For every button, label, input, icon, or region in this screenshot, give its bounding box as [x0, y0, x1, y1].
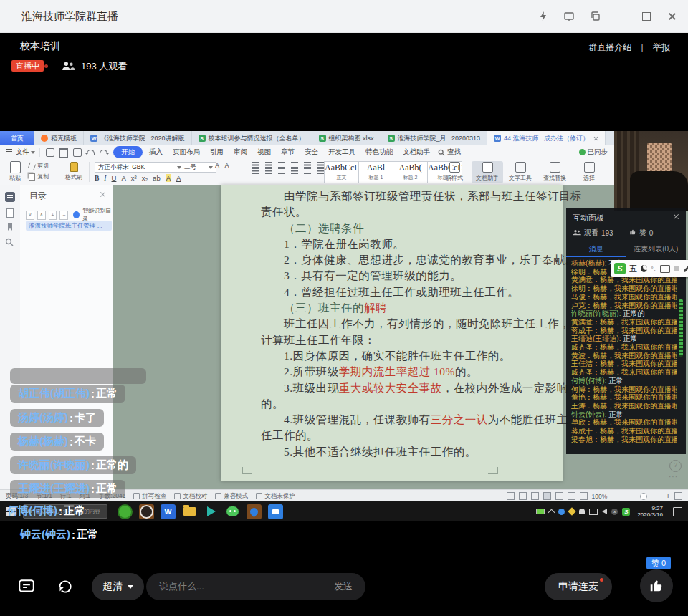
- justify-icon[interactable]: [291, 168, 298, 169]
- status-toggle[interactable]: 兼容模式: [215, 492, 248, 501]
- zoom-out-button[interactable]: −: [611, 492, 616, 500]
- send-button[interactable]: 发送: [334, 580, 353, 593]
- wps-tab[interactable]: S淮海技师学院_月...20200313: [381, 131, 488, 145]
- align-right-icon[interactable]: [278, 168, 285, 169]
- zoom-in-button[interactable]: +: [666, 492, 670, 500]
- menu-tab[interactable]: 开发工具: [323, 146, 360, 158]
- toc-item[interactable]: 淮海技师学院班主任管理 ...: [26, 221, 112, 231]
- action-center-icon[interactable]: [673, 507, 682, 516]
- style-gallery-item[interactable]: AaBl标题 1: [358, 161, 393, 183]
- font-style-button[interactable]: ab: [153, 174, 161, 182]
- sogou-tray-icon[interactable]: S: [622, 508, 630, 516]
- search-pane-icon[interactable]: [5, 236, 15, 246]
- app-icon-explorer[interactable]: [182, 504, 197, 519]
- status-toggle[interactable]: 文档未保护: [256, 492, 295, 501]
- toc-expand-button[interactable]: +: [49, 211, 57, 220]
- indent-increase-icon[interactable]: [291, 162, 298, 163]
- two-page-view-icon[interactable]: [519, 492, 527, 500]
- font-grow-shrink-icons[interactable]: A A: [215, 162, 231, 169]
- font-style-button[interactable]: x₂: [142, 174, 148, 182]
- font-style-button[interactable]: I: [104, 175, 106, 182]
- format-painter-button[interactable]: 格式刷: [63, 161, 85, 181]
- edit-pen-icon[interactable]: [531, 492, 539, 500]
- panel-scrollbar[interactable]: [679, 299, 683, 357]
- copy-button[interactable]: 复制: [29, 173, 49, 181]
- message-panel-button[interactable]: [11, 571, 42, 602]
- menu-tab[interactable]: 引用: [205, 146, 229, 158]
- font-style-button[interactable]: A: [176, 174, 181, 182]
- bullet-list-icon[interactable]: [252, 162, 259, 163]
- notification-bell-icon[interactable]: [579, 509, 585, 514]
- menu-tab[interactable]: 特色功能: [360, 146, 398, 158]
- app-icon-recorder[interactable]: [139, 504, 154, 519]
- font-style-button[interactable]: B: [95, 175, 99, 182]
- maximize-button[interactable]: [639, 9, 654, 24]
- moon-mode-icon[interactable]: [641, 265, 647, 272]
- ribbon-tool-2[interactable]: 文档助手: [472, 161, 503, 183]
- redo-icon[interactable]: [100, 150, 108, 155]
- eye-protect-icon[interactable]: [580, 492, 588, 500]
- tray-expand-icon[interactable]: [548, 509, 555, 516]
- like-button[interactable]: [640, 569, 673, 602]
- wubi-mode-label[interactable]: 五: [629, 264, 637, 274]
- close-icon[interactable]: [673, 213, 679, 220]
- volume-icon[interactable]: [602, 509, 607, 514]
- rotate-screen-button[interactable]: [49, 571, 81, 602]
- wps-tab[interactable]: W44 淮海技师...成办法（修订）: [487, 131, 606, 145]
- status-toggle[interactable]: 文档校对: [174, 492, 207, 501]
- outline-pane-icon[interactable]: [5, 192, 15, 202]
- indent-decrease-icon[interactable]: [278, 162, 285, 163]
- punctuation-mode-icon[interactable]: °,: [651, 266, 656, 272]
- wps-tab[interactable]: W《淮海技师学院...2020讲解版: [84, 131, 192, 145]
- print-layout-view-icon[interactable]: [543, 492, 551, 500]
- wrench-icon[interactable]: [683, 265, 688, 271]
- copy-icon[interactable]: [588, 9, 602, 24]
- font-name-select[interactable]: 方正小标宋_GBK: [95, 162, 185, 173]
- wps-tab[interactable]: 稻壳模板: [34, 131, 84, 145]
- menu-tab[interactable]: 页面布局: [168, 146, 205, 158]
- sort-icon[interactable]: [304, 162, 311, 163]
- web-view-icon[interactable]: [568, 492, 575, 500]
- menu-tab[interactable]: 插入: [144, 146, 168, 158]
- export-icon[interactable]: [73, 148, 82, 157]
- paste-button[interactable]: 粘贴: [6, 161, 24, 182]
- app-icon-360[interactable]: [118, 504, 133, 519]
- sogou-logo-icon[interactable]: S: [614, 263, 626, 274]
- app-icon-video[interactable]: [268, 504, 283, 519]
- ribbon-tool-3[interactable]: 文字工具: [505, 161, 536, 182]
- wps-tab[interactable]: 首页: [0, 131, 34, 145]
- font-style-button[interactable]: A: [166, 174, 171, 182]
- align-left-icon[interactable]: [252, 168, 259, 169]
- toc-expand-button[interactable]: ∧: [37, 211, 46, 220]
- status-toggle[interactable]: 拼写检查: [133, 492, 166, 501]
- menu-tab[interactable]: 文档助手: [398, 146, 435, 158]
- line-spacing-icon[interactable]: [304, 168, 311, 169]
- tray-app-icon[interactable]: [558, 509, 565, 515]
- style-gallery-item[interactable]: AaBbCcD正文: [324, 161, 359, 183]
- fit-page-icon[interactable]: [674, 492, 682, 500]
- wps-tab[interactable]: S校本培训参与情况速报（全名单）: [192, 131, 312, 145]
- popout-icon[interactable]: [562, 9, 576, 24]
- help-float-icon[interactable]: ?: [669, 460, 682, 472]
- fullscreen-view-icon[interactable]: [507, 492, 515, 500]
- font-style-button[interactable]: U: [112, 174, 117, 182]
- menu-tab[interactable]: 视图: [252, 146, 276, 158]
- more-dots-icon[interactable]: ···: [669, 473, 678, 481]
- lightning-icon[interactable]: [536, 9, 550, 24]
- save-icon[interactable]: [46, 148, 54, 157]
- toc-expand-button[interactable]: −: [59, 211, 68, 220]
- find-button[interactable]: 查找: [438, 148, 461, 157]
- live-intro-link[interactable]: 群直播介绍: [588, 42, 631, 54]
- ribbon-tool-1[interactable]: 新样式: [439, 161, 470, 182]
- font-style-button[interactable]: x²: [131, 174, 137, 182]
- zoom-slider-knob[interactable]: [640, 493, 647, 500]
- print-icon[interactable]: [59, 148, 68, 158]
- file-menu-button[interactable]: 文件: [6, 148, 40, 157]
- menu-tab-home[interactable]: 开始: [113, 146, 143, 158]
- network-icon[interactable]: [589, 509, 598, 515]
- quality-select[interactable]: 超清: [92, 573, 144, 600]
- bookmark-pane-icon[interactable]: [5, 222, 15, 232]
- page-pane-icon[interactable]: [5, 208, 15, 218]
- cut-button[interactable]: 剪切: [29, 162, 49, 170]
- report-link[interactable]: 举报: [653, 42, 670, 54]
